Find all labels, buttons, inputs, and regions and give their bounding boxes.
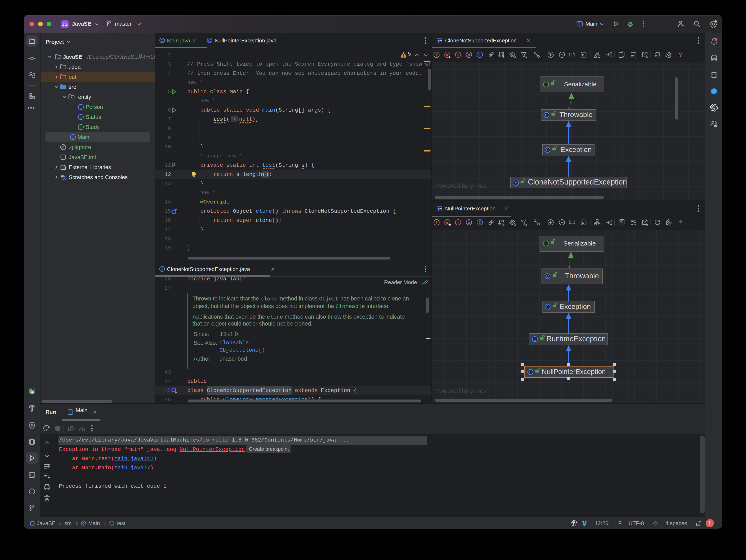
svg-text:C: C bbox=[82, 522, 84, 525]
svg-text:I: I bbox=[479, 53, 481, 57]
svg-text:I: I bbox=[545, 241, 546, 246]
svg-text:C: C bbox=[79, 105, 82, 109]
svg-text:p: p bbox=[468, 53, 470, 57]
svg-text:p: p bbox=[468, 220, 470, 225]
svg-text:m: m bbox=[446, 220, 449, 225]
svg-text:?: ? bbox=[33, 75, 34, 78]
svg-text:C: C bbox=[161, 38, 164, 42]
svg-text:C: C bbox=[208, 38, 211, 42]
svg-text:I: I bbox=[545, 82, 546, 87]
svg-text:f: f bbox=[435, 220, 437, 225]
svg-text:C: C bbox=[546, 274, 549, 278]
svg-text:C: C bbox=[529, 370, 532, 374]
svg-text:m: m bbox=[457, 53, 459, 57]
svg-text:m: m bbox=[111, 522, 113, 525]
svg-text:C: C bbox=[546, 148, 549, 152]
svg-text:C: C bbox=[534, 337, 537, 342]
svg-text:E: E bbox=[80, 115, 82, 119]
svg-text:C: C bbox=[546, 305, 549, 309]
svg-text:I: I bbox=[80, 125, 81, 129]
svg-text:m: m bbox=[457, 220, 459, 225]
svg-text:C: C bbox=[545, 113, 548, 117]
svg-text:I: I bbox=[479, 220, 481, 225]
svg-text:f: f bbox=[435, 53, 437, 57]
svg-text:m: m bbox=[446, 53, 449, 57]
svg-text:C: C bbox=[71, 135, 75, 139]
